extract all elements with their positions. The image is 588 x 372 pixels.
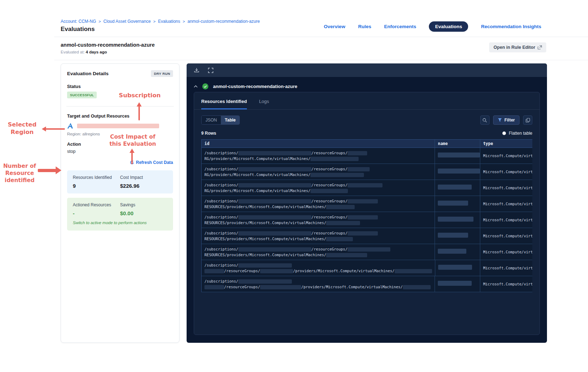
view-toggle-json[interactable]: JSON xyxy=(202,116,221,124)
tab-logs[interactable]: Logs xyxy=(259,99,269,109)
refresh-cost-data-link[interactable]: Refresh Cost Data xyxy=(130,160,173,165)
tab-resources-identified[interactable]: Resources Identified xyxy=(201,99,247,109)
savings-label: Savings xyxy=(120,202,168,207)
cost-impact-label: Cost Impact xyxy=(120,175,168,180)
redacted-value xyxy=(348,199,378,203)
redacted-value xyxy=(395,269,432,273)
cell-id: /subscriptions//resourceGroups/RESOURCES… xyxy=(202,244,435,260)
redacted-value xyxy=(310,173,364,177)
fullscreen-icon xyxy=(208,68,213,73)
cell-name xyxy=(435,260,481,276)
breadcrumb-governance[interactable]: Cloud Asset Governance xyxy=(103,19,151,24)
download-button[interactable] xyxy=(194,67,199,73)
evaluation-details-heading: Evaluation Details xyxy=(67,71,108,76)
table-row: /subscriptions//resourceGroups/RG/provid… xyxy=(202,164,532,180)
actioned-resources-value: - xyxy=(73,210,120,216)
top-header: Account: CCM-NG > Cloud Asset Governance… xyxy=(54,0,588,37)
cell-name xyxy=(435,276,480,292)
download-icon xyxy=(194,67,199,73)
azure-icon xyxy=(67,123,74,129)
cell-type: Microsoft.Compute/virtu xyxy=(480,196,532,212)
divider xyxy=(66,106,174,107)
annotation-selected-region: Selected Region xyxy=(3,121,41,136)
table-row: /subscriptions//resourceGroups/RESOURCES… xyxy=(202,212,532,228)
cell-type: Microsoft.Compute/virtu xyxy=(480,244,532,260)
tab-enforcements[interactable]: Enforcements xyxy=(384,24,416,29)
breadcrumb-separator: > xyxy=(98,19,101,24)
external-link-icon xyxy=(538,45,542,50)
breadcrumb-account[interactable]: Account: CCM-NG xyxy=(61,19,96,24)
evaluated-at: Evaluated at: 4 days ago xyxy=(61,50,107,54)
target-resources-label: Target and Output Resources xyxy=(67,114,173,119)
tab-rules[interactable]: Rules xyxy=(358,24,371,29)
resources-identified-label: Resources Identified xyxy=(73,175,120,180)
results-controls: JSON Table Filter xyxy=(201,115,532,125)
redacted-value xyxy=(238,247,311,252)
redacted-value xyxy=(238,215,311,219)
breadcrumb-separator: > xyxy=(183,19,185,24)
results-table-header: id name type xyxy=(202,139,532,148)
annotation-subscription: Subscription xyxy=(119,92,160,99)
table-row: /subscriptions//resourceGroups/RG/provid… xyxy=(202,148,532,164)
redacted-value xyxy=(348,167,370,171)
cell-type: Microsoft.Compute/virtu xyxy=(480,164,532,180)
annotation-number-of-resources: Number of Resource identified xyxy=(2,163,37,184)
cell-name xyxy=(435,228,480,244)
redacted-subscription-bar xyxy=(77,124,159,128)
filter-button[interactable]: Filter xyxy=(493,115,519,125)
dry-run-badge: DRY RUN xyxy=(151,70,173,77)
actioned-resources-label: Actioned Resources xyxy=(73,202,120,207)
cell-id: /subscriptions//resourceGroups//provider… xyxy=(202,276,435,292)
breadcrumb-evaluations[interactable]: Evaluations xyxy=(158,19,180,24)
redacted-value xyxy=(348,151,367,155)
savings-value: $0.00 xyxy=(120,210,168,216)
annotation-arrow-shaft xyxy=(131,153,133,164)
search-button[interactable] xyxy=(480,115,490,125)
cell-id: /subscriptions//resourceGroups/RG/provid… xyxy=(202,164,435,180)
tab-recommendation-insights[interactable]: Recommendation Insights xyxy=(481,24,541,29)
identified-cost-box: Resources Identified 9 Cost Impact $226.… xyxy=(67,170,173,193)
search-icon xyxy=(482,118,487,123)
output-toolbar xyxy=(187,63,547,77)
redacted-value xyxy=(326,237,353,241)
table-row: /subscriptions//resourceGroups//provider… xyxy=(202,260,532,276)
flatten-table-toggle[interactable]: Flatten table xyxy=(502,131,532,136)
results-tabs: Resources Identified Logs xyxy=(194,92,539,110)
breadcrumb-separator: > xyxy=(153,19,156,24)
cell-type: Microsoft.Compute/virtu xyxy=(480,276,532,292)
action-value: stop xyxy=(67,149,173,154)
redacted-value xyxy=(238,167,311,171)
redacted-value xyxy=(204,285,224,289)
breadcrumb: Account: CCM-NG > Cloud Asset Governance… xyxy=(61,19,260,24)
tab-overview[interactable]: Overview xyxy=(324,24,345,29)
open-rule-editor-button[interactable]: Open in Rule Editor xyxy=(489,42,546,52)
redacted-name xyxy=(438,281,472,286)
annotation-arrow-shaft xyxy=(46,128,65,130)
redacted-value xyxy=(238,183,311,187)
cell-type: Microsoft.Compute/virtu xyxy=(480,212,532,228)
column-header-name: name xyxy=(435,140,480,148)
rows-count: 9 Rows xyxy=(201,131,216,136)
cell-name xyxy=(435,180,480,196)
cell-type: Microsoft.Compute/virtu xyxy=(480,260,532,276)
redacted-name xyxy=(438,265,472,270)
evaluation-result-header[interactable]: anmol-custom-recommendation-azure xyxy=(187,77,547,89)
actioned-savings-box: Actioned Resources - Savings $0.00 Switc… xyxy=(67,198,173,231)
view-toggle-table[interactable]: Table xyxy=(221,116,239,124)
tab-evaluations[interactable]: Evaluations xyxy=(429,21,468,32)
flatten-radio-icon xyxy=(502,131,506,135)
results-table-body: /subscriptions//resourceGroups/RG/provid… xyxy=(202,148,532,292)
redacted-value xyxy=(403,285,431,289)
copy-button[interactable] xyxy=(523,115,532,125)
redacted-value xyxy=(348,183,382,187)
status-label: Status xyxy=(67,84,173,89)
breadcrumb-rule-name[interactable]: anmol-custom-recommendation-azure xyxy=(187,19,260,24)
resources-identified-value: 9 xyxy=(73,183,120,189)
chevron-up-icon[interactable] xyxy=(194,85,198,88)
filter-funnel-icon xyxy=(498,118,502,122)
redacted-value xyxy=(326,221,360,225)
table-row: /subscriptions//resourceGroups/RESOURCES… xyxy=(202,228,532,244)
redacted-value xyxy=(348,231,378,236)
annotation-arrow-shaft xyxy=(38,169,56,172)
fullscreen-button[interactable] xyxy=(208,68,213,73)
